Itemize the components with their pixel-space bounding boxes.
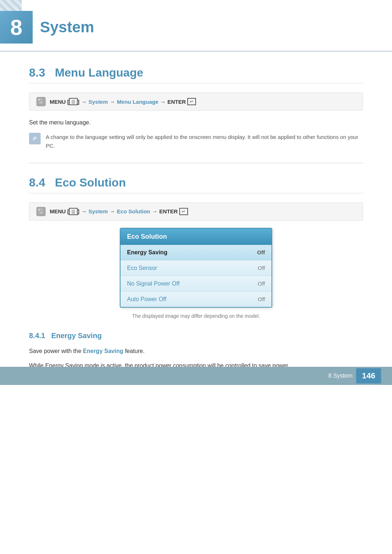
svg-rect-10 <box>41 209 42 210</box>
footer: 8 System 146 <box>0 367 392 385</box>
note-box-83: A change to the language setting will on… <box>29 133 363 150</box>
note-icon-83 <box>29 133 41 144</box>
chapter-number-box: 8 <box>0 11 33 44</box>
nav-path-84: MENU [ ||| ] → System → Eco Solution → E… <box>29 202 363 221</box>
nav-enter-label-83: ENTER <box>167 99 187 105</box>
menu-item-eco-sensor-label: Eco Sensor <box>127 265 157 271</box>
svg-rect-8 <box>37 207 45 216</box>
desc1-prefix: Save power with the <box>29 348 83 354</box>
menu-item-eco-sensor-value: Off <box>258 265 265 271</box>
nav-menu-icon-83: ||| <box>69 98 77 105</box>
menu-item-no-signal-value: Off <box>258 280 265 287</box>
svg-rect-0 <box>37 97 45 106</box>
nav-menu-icon-84: ||| <box>69 208 77 215</box>
nav-enter-icon-83: ↵ <box>187 98 196 105</box>
section-84-heading: 8.4 Eco Solution <box>29 176 363 193</box>
nav-step1-83: System <box>89 99 108 105</box>
menu-item-auto-power-label: Auto Power Off <box>127 296 166 303</box>
menu-item-auto-power-off[interactable]: Auto Power Off Off <box>121 292 271 307</box>
menu-item-energy-saving-value: Off <box>257 249 265 255</box>
menu-item-no-signal-power-off[interactable]: No Signal Power Off Off <box>121 276 271 292</box>
desc1-bold: Energy Saving <box>83 348 123 354</box>
section-83-heading: 8.3 Menu Language <box>29 66 363 83</box>
image-disclaimer-84: The displayed image may differ depending… <box>29 313 363 319</box>
svg-rect-3 <box>41 100 42 102</box>
nav-step1-84: System <box>89 208 108 214</box>
chapter-header: 8 System <box>0 0 392 52</box>
section-841-desc1: Save power with the Energy Saving featur… <box>29 346 363 356</box>
svg-rect-4 <box>39 102 43 103</box>
section-divider-83-84 <box>29 163 363 163</box>
menu-item-eco-sensor[interactable]: Eco Sensor Off <box>121 260 271 276</box>
eco-solution-menu-title: Eco Solution <box>121 229 271 245</box>
remote-icon-84 <box>36 206 46 217</box>
svg-rect-11 <box>41 210 42 212</box>
menu-item-auto-power-value: Off <box>258 296 265 302</box>
nav-step2-84: Eco Solution <box>117 208 150 214</box>
section-84-number: 8.4 <box>29 176 45 189</box>
section-83-description: Set the menu language. <box>29 118 363 127</box>
menu-item-no-signal-label: No Signal Power Off <box>127 280 180 287</box>
section-841-heading: 8.4.1 Energy Saving <box>29 332 363 340</box>
nav-bracket-close-83: ] <box>78 99 79 105</box>
menu-item-energy-saving[interactable]: Energy Saving Off <box>121 245 271 260</box>
svg-rect-1 <box>38 99 40 101</box>
footer-page-number: 146 <box>356 368 381 383</box>
section-84-title: Eco Solution <box>55 176 126 189</box>
section-84: 8.4 Eco Solution MENU [ ||| ] → System <box>29 176 363 319</box>
svg-rect-2 <box>41 99 42 100</box>
svg-rect-12 <box>39 212 43 213</box>
pencil-icon <box>31 135 38 142</box>
desc1-suffix: feature. <box>123 348 145 354</box>
chapter-title: System <box>40 19 94 36</box>
nav-menu-label-84: MENU [ <box>50 208 69 214</box>
svg-rect-9 <box>38 209 40 211</box>
eco-solution-menu-container: Eco Solution Energy Saving Off Eco Senso… <box>29 228 363 308</box>
nav-enter-label-84: ENTER <box>159 208 179 214</box>
section-83-number: 8.3 <box>29 66 45 79</box>
eco-solution-menu-box: Eco Solution Energy Saving Off Eco Senso… <box>120 228 272 308</box>
nav-path-83: MENU [ ​ ||| ] → System → Menu Language … <box>29 93 363 111</box>
section-841-number: 8.4.1 <box>29 332 45 340</box>
nav-enter-icon-84: ↵ <box>179 208 188 215</box>
remote-icon-83 <box>36 97 46 107</box>
nav-bracket-close-84: ] <box>78 208 79 214</box>
chapter-number: 8 <box>10 15 22 40</box>
section-83: 8.3 Menu Language MENU [ ​ ||| ] → Syst <box>29 66 363 150</box>
section-83-title: Menu Language <box>55 66 143 79</box>
nav-menu-label-83: MENU [ <box>50 99 69 105</box>
footer-text: 8 System <box>328 373 353 379</box>
section-841-title: Energy Saving <box>51 332 102 340</box>
menu-item-energy-saving-label: Energy Saving <box>127 249 167 256</box>
note-text-83: A change to the language setting will on… <box>46 133 363 150</box>
nav-step2-83: Menu Language <box>117 99 158 105</box>
